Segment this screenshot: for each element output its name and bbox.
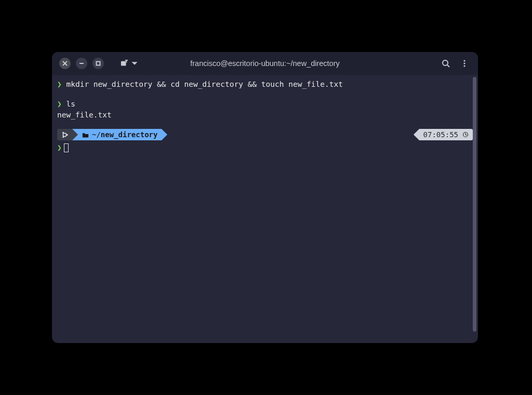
svg-point-5	[463, 60, 465, 61]
titlebar: francisco@escritorio-ubuntu:~/new_direct…	[52, 52, 478, 75]
terminal-cursor	[64, 143, 69, 152]
powerline-separator	[414, 129, 419, 140]
powerline-left: ~/new_directory	[57, 129, 167, 140]
prompt-symbol: ❯	[57, 80, 62, 88]
close-icon	[62, 61, 68, 66]
search-icon	[442, 59, 450, 68]
search-button[interactable]	[442, 59, 450, 68]
svg-point-4	[443, 60, 448, 65]
svg-point-11	[62, 136, 64, 138]
command-line-1: ❯ mkdir new_directory && cd new_director…	[57, 79, 473, 90]
folder-open-icon	[82, 131, 89, 138]
maximize-button[interactable]	[92, 58, 104, 69]
cwd-prefix: ~/	[92, 129, 101, 140]
close-button[interactable]	[59, 58, 71, 69]
new-tab-icon	[121, 60, 128, 67]
clock-icon	[462, 131, 469, 138]
time-text: 07:05:55	[423, 129, 458, 140]
maximize-icon	[96, 61, 101, 66]
titlebar-actions	[442, 59, 478, 68]
prompt-symbol: ❯	[57, 142, 62, 153]
svg-rect-3	[126, 60, 127, 62]
command-line-2: ❯ ls	[57, 99, 473, 110]
terminal-window: francisco@escritorio-ubuntu:~/new_direct…	[52, 52, 478, 343]
new-tab-button[interactable]	[121, 60, 138, 67]
os-segment	[57, 129, 72, 140]
svg-point-9	[66, 134, 68, 136]
time-segment: 07:05:55	[419, 129, 473, 140]
powerline-right: 07:05:55	[414, 129, 473, 140]
ubuntu-icon	[61, 131, 68, 138]
window-controls	[52, 58, 138, 69]
menu-button[interactable]	[460, 59, 469, 68]
svg-rect-0	[97, 62, 100, 65]
svg-point-6	[463, 62, 465, 64]
chevron-down-icon	[131, 60, 138, 67]
output-line-1: new_file.txt	[57, 110, 473, 121]
minimize-button[interactable]	[76, 58, 87, 69]
powerline-separator	[162, 129, 167, 140]
kebab-menu-icon	[460, 59, 469, 68]
cwd-name: new_directory	[101, 129, 158, 140]
output-text: new_file.txt	[57, 111, 112, 119]
powerline-prompt: ~/new_directory 07:05:55	[57, 129, 473, 140]
scrollbar-thumb[interactable]	[473, 77, 476, 332]
command-text: ls	[66, 100, 75, 108]
current-input-line[interactable]: ❯	[57, 142, 473, 153]
minimize-icon	[79, 61, 84, 66]
powerline-separator	[72, 129, 78, 140]
cwd-segment: ~/new_directory	[78, 129, 162, 140]
terminal-body[interactable]: ❯ mkdir new_directory && cd new_director…	[52, 75, 478, 343]
svg-point-8	[63, 133, 66, 137]
command-text: mkdir new_directory && cd new_directory …	[66, 80, 343, 88]
svg-rect-1	[121, 61, 126, 66]
svg-point-7	[463, 65, 465, 67]
prompt-symbol: ❯	[57, 100, 62, 108]
svg-point-10	[62, 132, 64, 134]
blank-line	[57, 90, 473, 99]
